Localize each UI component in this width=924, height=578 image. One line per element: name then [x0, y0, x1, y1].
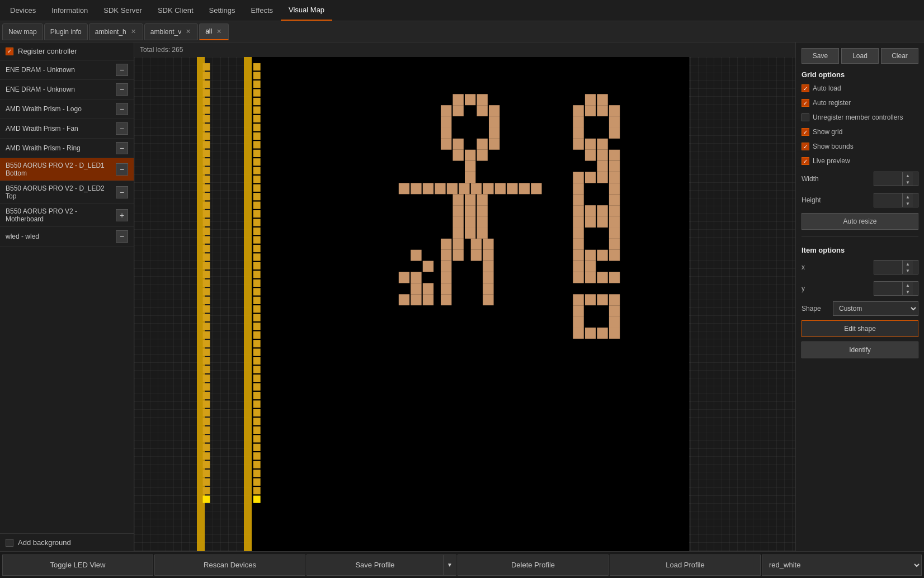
- x-spin-up[interactable]: ▲: [903, 260, 913, 267]
- height-spin-up[interactable]: ▲: [903, 193, 913, 200]
- add-background-row: Add background: [0, 533, 134, 551]
- y-spinbox[interactable]: 38 ▲ ▼: [874, 281, 918, 296]
- device-btn-5[interactable]: −: [116, 163, 128, 176]
- svg-rect-153: [585, 105, 596, 116]
- shape-select[interactable]: Custom: [833, 301, 918, 316]
- tab-ambient-h-close[interactable]: ✕: [130, 28, 137, 35]
- device-btn-1[interactable]: −: [116, 83, 128, 96]
- delete-profile-button[interactable]: Delete Profile: [458, 555, 609, 576]
- nav-sdk-client[interactable]: SDK Client: [150, 0, 201, 21]
- svg-rect-135: [465, 194, 475, 205]
- device-btn-0[interactable]: −: [116, 64, 128, 76]
- toggle-led-button[interactable]: Toggle LED View: [2, 555, 153, 576]
- height-spinbox[interactable]: 71 ▲ ▼: [874, 193, 918, 207]
- svg-rect-165: [609, 150, 620, 161]
- nav-effects[interactable]: Effects: [243, 0, 281, 21]
- device-btn-2[interactable]: −: [116, 103, 128, 115]
- auto-load-checkbox[interactable]: ✓: [802, 84, 809, 92]
- tab-ambient-v-close[interactable]: ✕: [185, 28, 192, 35]
- svg-rect-10: [202, 150, 210, 157]
- width-spinbox[interactable]: 34 ▲ ▼: [874, 172, 918, 186]
- device-btn-7[interactable]: +: [116, 209, 128, 221]
- edit-shape-button[interactable]: Edit shape: [802, 320, 918, 337]
- device-item-5[interactable]: B550 AORUS PRO V2 - D_LED1 Bottom −: [0, 158, 134, 181]
- nav-visual-map[interactable]: Visual Map: [281, 0, 332, 21]
- y-spin-up[interactable]: ▲: [903, 282, 913, 288]
- device-name-4: AMD Wraith Prism - Ring: [6, 144, 116, 152]
- svg-rect-126: [447, 183, 458, 194]
- device-item-1[interactable]: ENE DRAM - Unknown −: [0, 80, 134, 100]
- svg-rect-215: [441, 283, 451, 294]
- led-grid-svg: [134, 57, 795, 551]
- width-spin-up[interactable]: ▲: [903, 172, 913, 179]
- device-item-0[interactable]: ENE DRAM - Unknown −: [0, 60, 134, 80]
- y-spin-down[interactable]: ▼: [903, 288, 913, 295]
- live-preview-checkbox[interactable]: ✓: [802, 157, 809, 165]
- right-panel: Save Load Clear Grid options ✓ Auto load…: [795, 42, 924, 551]
- svg-rect-155: [609, 105, 620, 116]
- device-btn-8[interactable]: −: [116, 230, 128, 243]
- device-item-2[interactable]: AMD Wraith Prism - Logo −: [0, 100, 134, 119]
- svg-rect-145: [477, 228, 487, 239]
- register-controller-checkbox[interactable]: ✓: [6, 48, 13, 55]
- unregister-member-checkbox[interactable]: [802, 113, 809, 121]
- tab-ambient-v[interactable]: ambient_v ✕: [144, 23, 198, 40]
- x-input[interactable]: 10: [874, 262, 902, 273]
- show-bounds-checkbox[interactable]: ✓: [802, 143, 809, 150]
- x-spin-down[interactable]: ▼: [903, 267, 913, 274]
- tab-plugin-info[interactable]: Plugin info: [44, 23, 88, 40]
- auto-resize-button[interactable]: Auto resize: [802, 213, 918, 230]
- save-profile-button[interactable]: Save Profile: [307, 555, 443, 576]
- svg-rect-114: [453, 139, 464, 150]
- nav-sdk-server[interactable]: SDK Server: [96, 0, 150, 21]
- svg-rect-128: [471, 183, 482, 194]
- svg-rect-167: [609, 161, 620, 172]
- svg-rect-110: [489, 116, 499, 127]
- tab-bar: New map Plugin info ambient_h ✕ ambient_…: [0, 21, 924, 42]
- svg-rect-127: [459, 183, 469, 194]
- nav-devices[interactable]: Devices: [2, 0, 44, 21]
- tab-all-close[interactable]: ✕: [215, 28, 223, 35]
- load-profile-button[interactable]: Load Profile: [610, 555, 761, 576]
- device-btn-6[interactable]: −: [116, 186, 128, 198]
- x-label: x: [802, 263, 870, 271]
- height-spin-down[interactable]: ▼: [903, 200, 913, 207]
- device-item-4[interactable]: AMD Wraith Prism - Ring −: [0, 139, 134, 158]
- tab-new-map[interactable]: New map: [2, 23, 43, 40]
- svg-rect-158: [573, 127, 583, 139]
- svg-rect-113: [441, 139, 451, 150]
- clear-button[interactable]: Clear: [881, 48, 918, 64]
- nav-information[interactable]: Information: [44, 0, 96, 21]
- svg-rect-38: [202, 392, 210, 399]
- svg-rect-191: [609, 250, 620, 261]
- rescan-devices-button[interactable]: Rescan Devices: [154, 555, 305, 576]
- grid-canvas[interactable]: [134, 57, 795, 551]
- tab-all[interactable]: all ✕: [199, 23, 229, 40]
- save-profile-dropdown[interactable]: ▼: [443, 555, 456, 576]
- y-row: y 38 ▲ ▼: [802, 280, 918, 297]
- load-button[interactable]: Load: [841, 48, 879, 64]
- device-name-8: wled - wled: [6, 233, 116, 240]
- device-name-5: B550 AORUS PRO V2 - D_LED1 Bottom: [6, 162, 116, 177]
- device-btn-4[interactable]: −: [116, 142, 128, 154]
- profile-select[interactable]: red_white: [762, 555, 922, 576]
- show-grid-checkbox[interactable]: ✓: [802, 128, 809, 136]
- x-spinbox[interactable]: 10 ▲ ▼: [874, 260, 918, 274]
- tab-ambient-h[interactable]: ambient_h ✕: [89, 23, 143, 40]
- svg-rect-34: [202, 357, 210, 364]
- device-item-8[interactable]: wled - wled −: [0, 227, 134, 247]
- device-item-7[interactable]: B550 AORUS PRO V2 - Motherboard +: [0, 204, 134, 227]
- identify-button[interactable]: Identify: [802, 342, 918, 358]
- height-input[interactable]: 71: [874, 195, 902, 206]
- svg-rect-182: [597, 216, 607, 228]
- width-spin-down[interactable]: ▼: [903, 179, 913, 186]
- device-btn-3[interactable]: −: [116, 122, 128, 135]
- device-item-3[interactable]: AMD Wraith Prism - Fan −: [0, 119, 134, 139]
- save-button[interactable]: Save: [802, 48, 839, 64]
- width-input[interactable]: 34: [874, 173, 902, 184]
- nav-settings[interactable]: Settings: [201, 0, 243, 21]
- device-item-6[interactable]: B550 AORUS PRO V2 - D_LED2 Top −: [0, 181, 134, 204]
- y-input[interactable]: 38: [874, 283, 902, 294]
- auto-register-checkbox[interactable]: ✓: [802, 99, 809, 107]
- add-background-checkbox[interactable]: [6, 539, 13, 547]
